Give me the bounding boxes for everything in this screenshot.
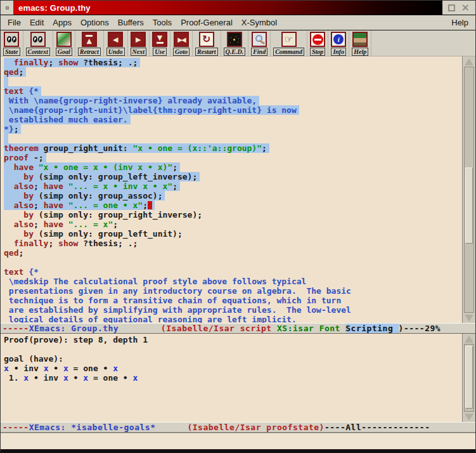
scroll-down-icon[interactable] <box>463 412 475 422</box>
toolbar-button-command[interactable]: ☞Command <box>271 30 307 56</box>
code-line: technique is to form a transitive chain … <box>4 296 462 305</box>
info-icon: i <box>331 32 346 47</box>
toolbar-label: Next <box>131 48 146 56</box>
modeline-segment: XEmacs: *isabelle-goals* <box>29 423 156 432</box>
goto-icon: ▶◀ <box>174 32 189 47</box>
window-menu-button[interactable] <box>1 1 13 15</box>
titlebar-drag-area[interactable]: emacs: Group.thy <box>13 1 442 15</box>
code-line <box>4 345 462 354</box>
modeline-segment: ----- <box>3 324 29 333</box>
code-line: qed; <box>4 67 462 77</box>
menu-file[interactable]: File <box>3 18 25 27</box>
window-controls: × <box>442 1 475 15</box>
code-line: also; have "... = x • inv x • x"; <box>4 181 462 191</box>
goals-scrollbar <box>462 334 475 422</box>
code-line <box>4 77 462 86</box>
code-line: finally; show ?thesis; .; <box>4 239 462 248</box>
command-icon: ☞ <box>281 32 297 47</box>
modeline-script[interactable]: -----XEmacs: Group.thy (Isabelle/Isar sc… <box>1 323 475 334</box>
code-line: by (simp only: group_assoc); <box>4 191 462 200</box>
toolbar-button-next[interactable]: ▶Next <box>128 30 150 56</box>
toolbar-button-find[interactable]: Find <box>248 30 271 56</box>
restart-icon: ↻ <box>199 32 214 47</box>
code-line: presentations given in any introductory … <box>4 286 462 296</box>
code-line <box>4 258 462 267</box>
toolbar-button-goto[interactable]: ▶◀Goto <box>170 30 193 56</box>
menu-tools[interactable]: Tools <box>148 18 176 27</box>
code-line <box>4 134 462 143</box>
toolbar-label: Restart <box>195 48 217 56</box>
code-line: theorem group_right_unit: "x • one = (x:… <box>4 143 462 153</box>
modeline-segment: Font <box>319 324 340 333</box>
menu-help[interactable]: Help <box>447 18 473 27</box>
modeline-segment: (Isabelle/Isar script <box>161 324 277 333</box>
code-line: goal (have): <box>4 354 462 364</box>
code-line: x • inv x • x = one • x <box>4 364 462 373</box>
script-buffer[interactable]: finally; show ?thesis; .;qed;text {* Wit… <box>1 56 462 323</box>
script-scrollbar-thumb[interactable] <box>465 167 473 244</box>
menubar: FileEditAppsOptionsBuffersToolsProof-Gen… <box>1 15 475 30</box>
toolbar-button-retract[interactable]: ▲Retract <box>75 30 104 56</box>
toolbar-label: Stop <box>310 48 325 56</box>
script-window: finally; show ?thesis; .;qed;text {* Wit… <box>1 56 475 323</box>
menu-proof-general[interactable]: Proof-General <box>176 18 237 27</box>
menu-options[interactable]: Options <box>76 18 113 27</box>
scroll-down-icon[interactable] <box>463 313 475 323</box>
code-line: by (simp only: group_left_inverse); <box>4 172 462 181</box>
menu-buffers[interactable]: Buffers <box>113 18 148 27</box>
scroll-up-icon[interactable] <box>463 56 475 67</box>
toolbar-button-use[interactable]: ▼Use <box>150 30 170 56</box>
echo-area[interactable] <box>1 433 475 449</box>
script-scrollbar <box>462 56 475 323</box>
menu-edit[interactable]: Edit <box>25 18 48 27</box>
close-icon[interactable]: × <box>461 3 469 12</box>
toolbar-label: Undo <box>106 48 125 56</box>
toolbar-button-context[interactable]: Context <box>23 30 53 56</box>
toolbar-button-restart[interactable]: ↻Restart <box>193 30 221 56</box>
titlebar: emacs: Group.thy × <box>1 1 475 15</box>
code-line: by (simp only: group_left_unit); <box>4 229 462 239</box>
maximize-icon[interactable] <box>448 4 455 11</box>
code-line: also; have "... = x"; <box>4 220 462 229</box>
code-line: also; have "... = one • x"; <box>4 200 462 210</box>
code-line: text {* <box>4 86 462 96</box>
goals-buffer[interactable]: Proof(prove): step 8, depth 1goal (have)… <box>1 334 462 422</box>
xemacs-window: emacs: Group.thy × FileEditAppsOptionsBu… <box>0 0 476 453</box>
toolbar-button-undo[interactable]: ◀Undo <box>104 30 128 56</box>
code-line: With \name{group-right-inverse} already … <box>4 96 462 105</box>
toolbar-button-qed[interactable]: Q.E.D. <box>221 30 249 56</box>
eyes-icon <box>30 32 46 47</box>
modeline-segment: ----- <box>3 423 29 432</box>
modeline-segment: XS:isar <box>277 324 314 333</box>
find-icon <box>252 32 267 47</box>
toolbar-button-stop[interactable]: Stop <box>307 30 328 56</box>
toolbar-label: Context <box>26 48 50 56</box>
code-line: have "x • one = x • (inv x • x)"; <box>4 162 462 172</box>
goals-scrollbar-trough[interactable] <box>464 344 474 412</box>
goals-scrollbar-thumb[interactable] <box>465 346 473 409</box>
retract-icon: ▲ <box>82 32 97 47</box>
modeline-goals[interactable]: -----XEmacs: *isabelle-goals* (Isabelle/… <box>1 422 475 433</box>
toolbar-button-help[interactable]: Help <box>349 30 371 56</box>
modeline-segment <box>119 324 161 333</box>
toolbar-button-goal[interactable]: Goal <box>53 30 75 56</box>
menu-x-symbol[interactable]: X-Symbol <box>237 18 281 27</box>
toolbar-button-info[interactable]: iInfo <box>328 30 349 56</box>
scroll-up-icon[interactable] <box>463 334 475 344</box>
undo-icon: ◀ <box>108 32 123 47</box>
script-scrollbar-trough[interactable] <box>464 67 474 313</box>
toolbar-label: State <box>3 48 20 56</box>
modeline-segment: ----All------------- <box>325 423 430 432</box>
toolbar-label: Goto <box>173 48 190 56</box>
code-line: *}; <box>4 124 462 134</box>
menu-apps[interactable]: Apps <box>48 18 76 27</box>
toolbar-label: Use <box>153 48 167 56</box>
code-line: \medskip The calculational proof style a… <box>4 277 462 286</box>
code-line: text {* <box>4 267 462 277</box>
window-menu-icon <box>6 6 9 10</box>
code-line: proof -; <box>4 153 462 162</box>
toolbar-button-state[interactable]: State <box>1 30 23 56</box>
qed-icon <box>227 32 242 47</box>
eyes-icon <box>4 32 19 47</box>
code-line: finally; show ?thesis; .; <box>4 58 462 67</box>
